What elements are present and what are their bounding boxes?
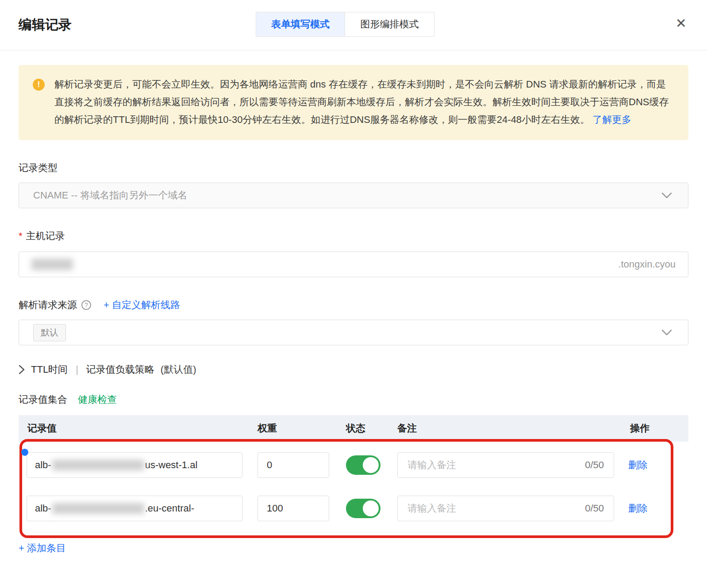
notice-text: 解析记录变更后，可能不会立即生效。因为各地网络运营商 dns 存在缓存，在缓存未…	[54, 76, 672, 129]
value-suffix: .eu-central-	[145, 503, 194, 514]
line-source-label: 解析请求来源 ? + 自定义解析线路	[19, 298, 688, 312]
weight-cell	[257, 452, 346, 478]
page-title: 编辑记录	[19, 16, 72, 34]
dns-cache-notice: ! 解析记录变更后，可能不会立即生效。因为各地网络运营商 dns 存在缓存，在缓…	[19, 65, 688, 140]
notice-body: 解析记录变更后，可能不会立即生效。因为各地网络运营商 dns 存在缓存，在缓存未…	[54, 79, 669, 125]
col-header-action: 操作	[628, 422, 688, 435]
warning-icon: !	[33, 79, 45, 91]
record-type-label-text: 记录类型	[19, 161, 58, 175]
tab-form-mode[interactable]: 表单填写模式	[256, 12, 345, 37]
health-check-link[interactable]: 健康检查	[78, 393, 117, 406]
value-prefix: alb-	[35, 503, 51, 514]
weight-input[interactable]	[257, 496, 329, 521]
dialog-header: 编辑记录 表单填写模式 图形编排模式 ✕	[0, 0, 707, 50]
redacted-host-value	[31, 259, 73, 270]
add-entry-link[interactable]: + 添加条目	[19, 542, 66, 555]
default-value-hint: (默认值)	[161, 363, 196, 376]
status-cell	[346, 455, 397, 475]
record-value-cell: alb- .eu-central-	[27, 496, 257, 521]
chevron-down-icon	[661, 329, 672, 336]
status-toggle[interactable]	[346, 499, 380, 518]
tab-graphic-mode[interactable]: 图形编排模式	[345, 12, 434, 37]
remark-cell: 0/50	[397, 496, 628, 521]
ttl-label: TTL时间	[31, 363, 68, 376]
remark-input[interactable]	[407, 459, 579, 471]
remark-cell: 0/50	[397, 452, 628, 478]
redacted-record-value	[52, 460, 144, 470]
col-header-remark: 备注	[397, 422, 628, 435]
status-toggle[interactable]	[346, 455, 380, 475]
table-row: alb- .eu-central- 0/50 删除	[19, 496, 688, 521]
record-type-label: 记录类型	[19, 161, 688, 175]
status-cell	[346, 499, 397, 518]
action-cell: 删除	[628, 502, 688, 515]
value-prefix: alb-	[35, 459, 51, 471]
toggle-knob	[363, 500, 379, 516]
char-counter: 0/50	[585, 459, 604, 471]
edit-record-dialog: 编辑记录 表单填写模式 图形编排模式 ✕ ! 解析记录变更后，可能不会立即生效。…	[0, 0, 707, 588]
col-header-weight: 权重	[257, 422, 346, 435]
help-icon[interactable]: ?	[81, 300, 91, 310]
action-cell: 删除	[628, 458, 688, 472]
load-policy-label: 记录值负载策略	[86, 363, 154, 376]
record-set-heading: 记录值集合 健康检查	[19, 393, 688, 406]
ttl-separator: |	[76, 364, 78, 375]
table-header-row: 记录值 权重 状态 备注 操作	[19, 415, 688, 442]
col-header-status: 状态	[346, 422, 397, 435]
weight-input[interactable]	[257, 452, 329, 478]
learn-more-link[interactable]: 了解更多	[592, 114, 631, 125]
record-value-table: 记录值 权重 状态 备注 操作 alb- us-west-1.al	[19, 415, 688, 535]
col-header-value: 记录值	[19, 422, 257, 435]
delete-row-link[interactable]: 删除	[628, 503, 648, 514]
delete-row-link[interactable]: 删除	[628, 459, 648, 470]
value-suffix: us-west-1.al	[145, 459, 198, 471]
toggle-knob	[363, 457, 379, 473]
chevron-right-icon	[19, 365, 25, 374]
record-type-select[interactable]: CNAME -- 将域名指向另外一个域名	[19, 183, 688, 208]
host-record-label: * 主机记录	[19, 229, 688, 243]
remark-input-box: 0/50	[397, 452, 614, 478]
mode-tab-group: 表单填写模式 图形编排模式	[256, 12, 434, 37]
record-type-value: CNAME -- 将域名指向另外一个域名	[33, 189, 187, 202]
required-asterisk: *	[19, 230, 23, 242]
redacted-record-value	[52, 503, 144, 514]
custom-line-link[interactable]: + 自定义解析线路	[104, 298, 180, 312]
record-value-input[interactable]: alb- us-west-1.al	[27, 452, 242, 478]
host-record-label-text: 主机记录	[26, 229, 65, 243]
close-icon[interactable]: ✕	[676, 17, 687, 30]
domain-suffix: .tongxin.cyou	[618, 259, 676, 270]
char-counter: 0/50	[585, 503, 604, 514]
host-record-input[interactable]: .tongxin.cyou	[19, 252, 688, 277]
default-line-tag: 默认	[33, 324, 66, 341]
weight-cell	[257, 496, 346, 521]
record-value-input[interactable]: alb- .eu-central-	[27, 496, 242, 521]
line-source-select[interactable]: 默认	[19, 320, 688, 345]
table-row: alb- us-west-1.al 0/50 删除	[19, 452, 688, 478]
remark-input-box: 0/50	[397, 496, 614, 521]
ttl-policy-toggle[interactable]: TTL时间 | 记录值负载策略 (默认值)	[19, 363, 688, 376]
chevron-down-icon	[661, 192, 672, 199]
record-set-label: 记录值集合	[19, 393, 67, 406]
line-source-label-text: 解析请求来源	[19, 298, 77, 312]
remark-input[interactable]	[407, 503, 579, 514]
record-value-cell: alb- us-west-1.al	[27, 452, 257, 478]
